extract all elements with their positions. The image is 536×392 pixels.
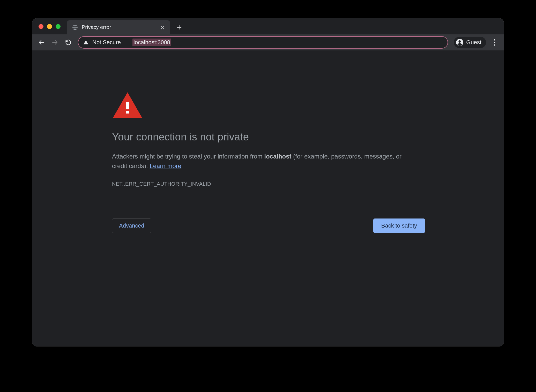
svg-rect-1	[86, 42, 86, 43]
profile-button[interactable]: Guest	[454, 37, 486, 48]
advanced-button[interactable]: Advanced	[112, 218, 151, 233]
svg-point-7	[494, 44, 495, 46]
error-body-host: localhost	[264, 153, 291, 160]
svg-point-4	[459, 40, 461, 43]
learn-more-link[interactable]: Learn more	[150, 162, 181, 169]
error-heading: Your connection is not private	[112, 131, 425, 143]
error-code: NET::ERR_CERT_AUTHORITY_INVALID	[112, 181, 425, 187]
error-body: Attackers might be trying to steal your …	[112, 152, 402, 171]
error-button-row: Advanced Back to safety	[112, 218, 425, 233]
reload-button[interactable]	[62, 36, 74, 48]
security-status-label: Not Secure	[92, 39, 121, 46]
window-minimize-button[interactable]	[47, 24, 52, 29]
new-tab-button[interactable]	[173, 21, 185, 33]
omnibox-separator	[127, 39, 127, 46]
profile-label: Guest	[466, 39, 481, 46]
browser-window: Privacy error	[32, 18, 504, 346]
error-body-prefix: Attackers might be trying to steal your …	[112, 153, 264, 160]
security-warning-icon	[83, 40, 89, 45]
toolbar: Not Secure localhost:3008 Guest	[32, 34, 504, 50]
back-to-safety-button[interactable]: Back to safety	[373, 218, 425, 233]
svg-rect-9	[126, 111, 129, 114]
page-content: Your connection is not private Attackers…	[32, 50, 504, 346]
address-bar[interactable]: Not Secure localhost:3008	[78, 36, 448, 49]
back-button[interactable]	[35, 36, 47, 48]
forward-button[interactable]	[49, 36, 61, 48]
svg-rect-8	[126, 102, 129, 109]
window-traffic-lights	[36, 18, 67, 34]
globe-icon	[72, 24, 78, 31]
svg-point-6	[494, 42, 495, 43]
svg-rect-2	[86, 43, 86, 44]
menu-button[interactable]	[489, 36, 501, 48]
tab-strip: Privacy error	[32, 18, 504, 34]
window-maximize-button[interactable]	[56, 24, 61, 29]
tab-title: Privacy error	[82, 24, 156, 30]
tab-active[interactable]: Privacy error	[67, 20, 170, 34]
ssl-error-interstitial: Your connection is not private Attackers…	[112, 90, 425, 233]
window-close-button[interactable]	[39, 24, 43, 29]
avatar-icon	[456, 39, 464, 46]
tab-close-button[interactable]	[159, 24, 166, 31]
url-text: localhost:3008	[132, 39, 171, 46]
svg-point-5	[494, 39, 495, 40]
tab-list: Privacy error	[67, 18, 504, 34]
warning-triangle-icon	[112, 90, 143, 117]
